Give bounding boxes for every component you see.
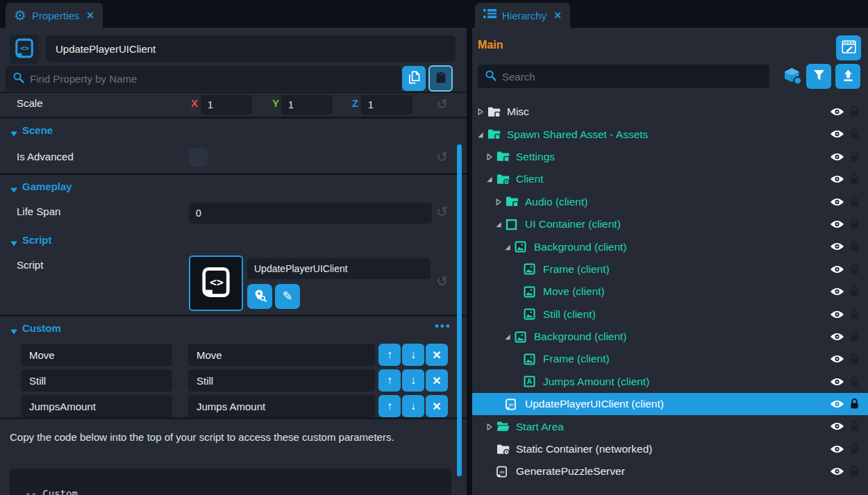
expand-expanded-icon[interactable] — [476, 131, 487, 139]
lock-icon[interactable] — [850, 285, 859, 299]
collapse-triangle-icon[interactable] — [10, 184, 18, 196]
collapse-triangle-icon[interactable] — [10, 237, 18, 249]
eye-icon[interactable] — [830, 310, 844, 321]
eye-icon[interactable] — [830, 287, 844, 299]
filter-button[interactable] — [806, 64, 831, 89]
life-span-input[interactable] — [189, 203, 432, 224]
hierarchy-search-field[interactable] — [478, 65, 769, 88]
section-gameplay[interactable]: Gameplay — [0, 175, 467, 199]
lock-icon[interactable] — [850, 151, 859, 165]
script-asset-slot[interactable]: <> — [189, 255, 243, 311]
close-properties-icon[interactable]: ✕ — [86, 10, 94, 21]
properties-scrollbar[interactable] — [457, 144, 462, 476]
delete-param-button[interactable]: ✕ — [426, 395, 448, 417]
lock-icon[interactable] — [850, 218, 859, 232]
lock-icon[interactable] — [850, 353, 859, 367]
collapse-triangle-icon[interactable] — [10, 128, 18, 140]
move-up-button[interactable]: ↑ — [378, 369, 401, 392]
reset-is-advanced-icon[interactable]: ↺ — [436, 150, 448, 164]
move-down-button[interactable]: ↓ — [402, 344, 424, 366]
upload-button[interactable] — [835, 64, 860, 89]
custom-param-display-input[interactable] — [188, 344, 375, 366]
tree-item-updateplayeruiclient-client[interactable]: <>UpdatePlayerUIClient (client) — [472, 393, 868, 415]
delete-param-button[interactable]: ✕ — [426, 344, 448, 366]
expand-collapsed-icon[interactable] — [485, 423, 496, 431]
find-script-button[interactable] — [247, 284, 272, 309]
custom-param-name-input[interactable] — [21, 369, 172, 392]
tree-item-start-area[interactable]: Start Area — [472, 415, 868, 437]
lock-icon[interactable] — [850, 443, 859, 457]
custom-param-name-input[interactable] — [21, 395, 172, 417]
tree-item-static-container-networked[interactable]: Static Container (networked) — [472, 438, 868, 460]
expand-expanded-icon[interactable] — [485, 175, 496, 183]
lock-icon[interactable] — [850, 465, 859, 479]
tree-item-background-client[interactable]: Background (client) — [472, 235, 868, 258]
tree-item-audio-client[interactable]: Audio (client) — [472, 191, 868, 213]
tree-item-background-client[interactable]: Background (client) — [472, 326, 868, 348]
tree-item-client[interactable]: Client — [472, 168, 868, 190]
scale-y-input[interactable] — [281, 95, 333, 115]
custom-param-display-input[interactable] — [188, 395, 375, 417]
is-advanced-checkbox[interactable] — [189, 148, 208, 167]
delete-param-button[interactable]: ✕ — [426, 369, 448, 392]
custom-param-display-input[interactable] — [188, 369, 375, 392]
scene-launch-button[interactable] — [836, 35, 861, 60]
lock-icon[interactable] — [850, 173, 859, 187]
eye-icon[interactable] — [830, 242, 844, 253]
lock-icon[interactable] — [850, 240, 859, 254]
move-up-button[interactable]: ↑ — [378, 344, 401, 366]
scale-z-input[interactable] — [361, 95, 412, 115]
eye-icon[interactable] — [830, 354, 844, 366]
tree-item-frame-client[interactable]: Frame (client) — [472, 348, 868, 370]
copy-properties-button[interactable] — [402, 66, 426, 91]
eye-icon[interactable] — [830, 377, 844, 389]
tree-item-spawn-shared-asset-assets[interactable]: Spawn Shared Asset - Assets — [472, 123, 868, 145]
cube-badge-icon[interactable] — [783, 67, 803, 87]
eye-icon[interactable] — [830, 129, 844, 141]
tree-item-jumps-amount-client[interactable]: AJumps Amount (client) — [472, 371, 868, 393]
section-custom[interactable]: Custom ••• — [0, 317, 467, 340]
expand-expanded-icon[interactable] — [503, 243, 515, 251]
expand-collapsed-icon[interactable] — [476, 108, 487, 116]
expand-expanded-icon[interactable] — [494, 220, 506, 228]
eye-icon[interactable] — [830, 444, 844, 456]
eye-icon[interactable] — [830, 107, 844, 119]
eye-icon[interactable] — [830, 421, 844, 433]
eye-icon[interactable] — [830, 399, 844, 411]
reset-script-icon[interactable]: ↺ — [436, 274, 448, 288]
eye-icon[interactable] — [830, 219, 844, 231]
lock-icon[interactable] — [850, 398, 859, 412]
section-scene[interactable]: Scene — [0, 119, 467, 142]
paste-properties-button[interactable] — [428, 65, 453, 92]
section-script[interactable]: Script — [0, 228, 467, 252]
tree-item-settings[interactable]: Settings — [472, 146, 868, 168]
collapse-triangle-icon[interactable] — [10, 326, 18, 337]
tree-item-generatepuzzleserver[interactable]: <>GeneratePuzzleServer — [472, 460, 868, 483]
close-hierarchy-icon[interactable]: ✕ — [553, 10, 562, 21]
lock-icon[interactable] — [850, 128, 859, 142]
find-property-field[interactable] — [6, 66, 401, 91]
tree-item-still-client[interactable]: Still (client) — [472, 303, 868, 326]
find-property-input[interactable] — [30, 73, 394, 85]
lock-icon[interactable] — [850, 330, 859, 344]
script-name-field[interactable] — [247, 258, 431, 279]
eye-icon[interactable] — [830, 174, 844, 186]
reset-life-span-icon[interactable]: ↺ — [436, 205, 448, 219]
edit-script-button[interactable]: ✎ — [275, 284, 300, 309]
eye-icon[interactable] — [830, 152, 844, 164]
eye-icon[interactable] — [830, 265, 844, 276]
tree-item-frame-client[interactable]: Frame (client) — [472, 258, 868, 280]
expand-collapsed-icon[interactable] — [485, 153, 496, 161]
expand-expanded-icon[interactable] — [503, 333, 515, 341]
tree-item-move-client[interactable]: Move (client) — [472, 280, 868, 303]
lock-icon[interactable] — [850, 308, 859, 322]
lock-icon[interactable] — [850, 420, 859, 434]
hierarchy-search-input[interactable] — [502, 71, 762, 83]
move-down-button[interactable]: ↓ — [402, 369, 424, 392]
eye-icon[interactable] — [830, 332, 844, 344]
tree-item-ui-container-client[interactable]: UI Container (client) — [472, 213, 868, 235]
custom-param-name-input[interactable] — [21, 344, 172, 366]
custom-menu-icon[interactable]: ••• — [435, 319, 451, 333]
lock-icon[interactable] — [850, 263, 859, 277]
move-down-button[interactable]: ↓ — [402, 395, 424, 417]
